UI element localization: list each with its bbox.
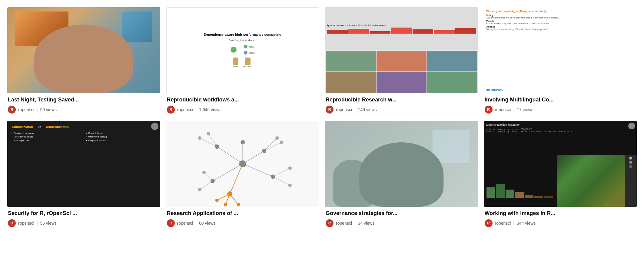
card-info-7: Governance strategies for... R ropensci … bbox=[325, 210, 478, 227]
node-green bbox=[231, 47, 237, 53]
thumbnail-image-7 bbox=[325, 121, 478, 207]
video-card-1[interactable]: Last Night, Testing Saved... R ropensci … bbox=[7, 7, 160, 114]
svg-point-32 bbox=[215, 199, 218, 202]
video-card-4[interactable]: Working with a (really) multilingual com… bbox=[484, 7, 637, 114]
avatar-3: R bbox=[326, 106, 334, 114]
card-meta-1: R ropensci | 96 views bbox=[8, 106, 160, 114]
card-title-4: Involving Multilingual Co... bbox=[485, 96, 636, 103]
thumbnail-4[interactable]: Working with a (really) multilingual com… bbox=[484, 7, 637, 93]
thumbnail-1[interactable] bbox=[7, 7, 160, 93]
svg-point-17 bbox=[239, 161, 246, 167]
svg-line-5 bbox=[200, 138, 217, 147]
video-card-8[interactable]: Magick: quantize, histogram orig <- imag… bbox=[484, 121, 637, 227]
avatar-6: R bbox=[167, 219, 175, 227]
thumbnail-image-6 bbox=[166, 121, 319, 207]
thumb-4-header: Working with a (really) multilingual com… bbox=[486, 10, 635, 13]
channel-name-6: ropensci bbox=[177, 221, 193, 226]
thumbnail-5[interactable]: Authorization vs authentication •Passwor… bbox=[7, 121, 160, 207]
svg-line-2 bbox=[243, 164, 273, 177]
svg-point-23 bbox=[198, 136, 201, 140]
card-meta-4: R ropensci | 17 views bbox=[485, 106, 636, 114]
card-info-8: Working with Images in R... R ropensci |… bbox=[484, 210, 637, 227]
thumbnail-image-8: Magick: quantize, histogram orig <- imag… bbox=[484, 121, 637, 207]
channel-name-7: ropensci bbox=[336, 221, 352, 226]
svg-point-22 bbox=[241, 140, 245, 144]
thumbnail-3[interactable]: Tyrannosaurus rex fossils, % of skeleton… bbox=[325, 7, 478, 93]
svg-point-34 bbox=[237, 203, 240, 206]
channel-name-2: ropensci bbox=[177, 107, 193, 112]
thumbnail-2[interactable]: Dependency-aware high-performance comput… bbox=[166, 7, 319, 93]
svg-point-27 bbox=[288, 167, 291, 170]
card-info-5: Security for R, rOpenSci ... R ropensci … bbox=[7, 210, 160, 227]
card-meta-6: R ropensci | 60 views bbox=[167, 219, 319, 227]
thumbnail-8[interactable]: Magick: quantize, histogram orig <- imag… bbox=[484, 121, 637, 207]
thumbnail-image-1 bbox=[7, 7, 160, 93]
thumbnail-image-5: Authorization vs authentication •Passwor… bbox=[7, 121, 160, 207]
thumb-5-title: Authorization vs authentication bbox=[12, 125, 156, 129]
thumb-4-logo: bioTROPICA bbox=[486, 88, 503, 91]
thumbnail-image-4: Working with a (really) multilingual com… bbox=[484, 7, 637, 93]
card-meta-7: R ropensci | 34 views bbox=[326, 219, 477, 227]
svg-point-21 bbox=[210, 179, 214, 183]
card-title-6: Research Applications of ... bbox=[167, 210, 319, 217]
thumb-2-diagram: → plot 1 → plot 2 bbox=[231, 44, 255, 55]
svg-point-30 bbox=[202, 171, 205, 174]
view-count-5: 56 views bbox=[40, 221, 57, 226]
video-card-3[interactable]: Tyrannosaurus rex fossils, % of skeleton… bbox=[325, 7, 478, 114]
card-title-1: Last Night, Testing Saved... bbox=[8, 96, 160, 103]
video-card-7[interactable]: Governance strategies for... R ropensci … bbox=[325, 121, 478, 227]
card-info-1: Last Night, Testing Saved... R ropensci … bbox=[7, 96, 160, 114]
thumbnail-6[interactable] bbox=[166, 121, 319, 207]
svg-line-13 bbox=[230, 164, 243, 194]
thumb-8-title: Magick: quantize, histogram bbox=[486, 123, 635, 126]
avatar-8: R bbox=[485, 219, 493, 227]
view-count-1: 96 views bbox=[40, 107, 57, 112]
svg-point-25 bbox=[280, 141, 283, 144]
avatar-1: R bbox=[8, 106, 16, 114]
card-title-7: Governance strategies for... bbox=[326, 210, 477, 217]
card-meta-3: R ropensci | 149 views bbox=[326, 106, 477, 114]
svg-point-20 bbox=[271, 175, 275, 179]
card-meta-8: R ropensci | 344 views bbox=[485, 219, 636, 227]
svg-line-3 bbox=[212, 164, 242, 181]
thumb-8-bars bbox=[486, 184, 553, 198]
thumb-8-image bbox=[557, 155, 637, 207]
card-meta-5: R ropensci | 56 views bbox=[8, 219, 160, 227]
video-card-5[interactable]: Authorization vs authentication •Passwor… bbox=[7, 121, 160, 227]
svg-point-31 bbox=[227, 191, 232, 197]
card-meta-2: R ropensci | 1,646 views bbox=[167, 106, 319, 114]
svg-point-33 bbox=[224, 203, 227, 206]
thumbnail-image-2: Dependency-aware high-performance comput… bbox=[166, 7, 319, 93]
svg-point-29 bbox=[198, 188, 201, 191]
video-card-6[interactable]: Research Applications of ... R ropensci … bbox=[166, 121, 319, 227]
thumb-8-code: orig <- image_crop(canvas, '100x50') his… bbox=[486, 128, 635, 133]
card-info-2: Reproducible workflows a... R ropensci |… bbox=[166, 96, 319, 114]
figure-1 bbox=[233, 58, 238, 65]
card-title-3: Reproducible Research w... bbox=[326, 96, 477, 103]
channel-name-5: ropensci bbox=[18, 221, 34, 226]
figure-2 bbox=[245, 58, 251, 65]
view-count-4: 17 views bbox=[517, 107, 533, 112]
view-count-7: 34 views bbox=[358, 221, 374, 226]
svg-line-11 bbox=[200, 181, 213, 190]
channel-name-8: ropensci bbox=[495, 221, 511, 226]
svg-line-8 bbox=[264, 138, 277, 151]
svg-point-24 bbox=[207, 132, 210, 135]
avatar-7: R bbox=[326, 219, 334, 227]
thumbnail-7[interactable] bbox=[325, 121, 478, 207]
view-count-8: 344 views bbox=[517, 221, 536, 226]
view-count-2: 1,646 views bbox=[199, 107, 221, 112]
svg-line-1 bbox=[243, 151, 264, 164]
video-grid: Last Night, Testing Saved... R ropensci … bbox=[7, 7, 637, 227]
svg-point-26 bbox=[275, 136, 279, 140]
svg-point-19 bbox=[262, 149, 266, 153]
view-count-3: 149 views bbox=[358, 107, 377, 112]
svg-line-7 bbox=[264, 142, 281, 151]
card-info-3: Reproducible Research w... R ropensci | … bbox=[325, 96, 478, 114]
channel-name-3: ropensci bbox=[336, 107, 352, 112]
card-info-6: Research Applications of ... R ropensci … bbox=[166, 210, 319, 227]
svg-line-9 bbox=[273, 168, 290, 177]
thumb-2-title: Dependency-aware high-performance comput… bbox=[204, 33, 281, 36]
channel-name-1: ropensci bbox=[18, 107, 34, 112]
video-card-2[interactable]: Dependency-aware high-performance comput… bbox=[166, 7, 319, 114]
